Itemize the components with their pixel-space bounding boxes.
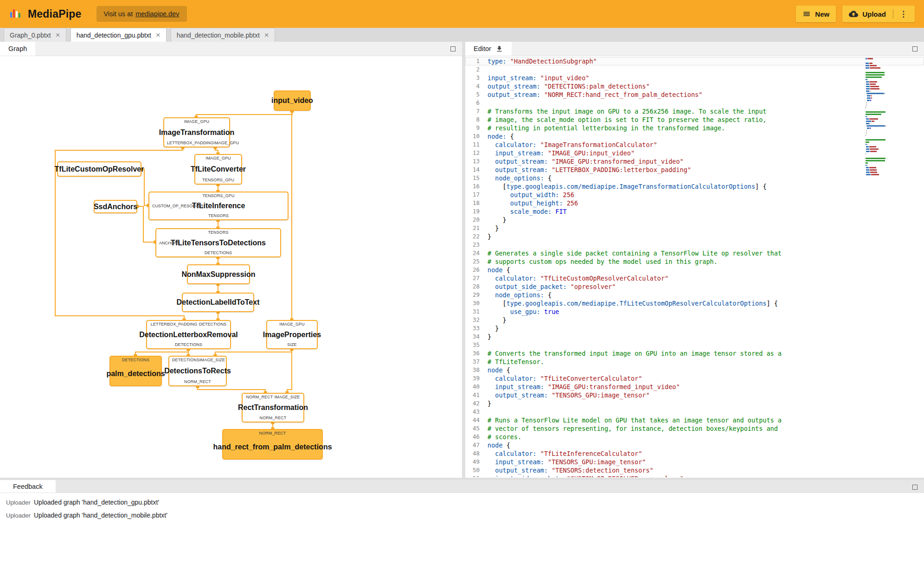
graph-node-TfLiteTensorsToDetections[interactable]: TENSORSTfLiteTensorsToDetectionsDETECTIO… [155,228,281,257]
more-options-icon[interactable]: ⋮ [898,9,908,19]
code-line[interactable]: 4output_stream: "DETECTIONS:palm_detecti… [465,82,924,90]
code-line[interactable]: 13 output_stream: "IMAGE_GPU:transformed… [465,157,924,166]
graph-node-NonMaxSuppression[interactable]: NonMaxSuppression [187,264,250,284]
code-line[interactable]: 32 } [465,316,924,324]
code-line[interactable]: 12 input_stream: "IMAGE_GPU:input_video" [465,149,924,157]
code-line[interactable]: 26node { [465,266,924,274]
graph-node-TfLiteConverter[interactable]: IMAGE_GPUTfLiteConverterTENSORS_GPU [194,154,242,185]
graph-node-TfLiteCustomOpResolver[interactable]: TfLiteCustomOpResolver [57,161,141,177]
code-line[interactable]: 11 calculator: "ImageTransformationCalcu… [465,141,924,149]
code-line[interactable]: 30 [type.googleapis.com/mediapipe.TfLite… [465,299,924,307]
code-line[interactable]: 42} [465,399,924,408]
code-token: } [488,400,491,407]
minimap-line [866,139,918,141]
code-line[interactable]: 21 } [465,224,924,232]
code-line[interactable]: 9# resulting in potential letterboxing i… [465,124,924,132]
code-line[interactable]: 49 input_stream: "TENSORS_GPU:image_tens… [465,458,924,466]
code-line[interactable]: 36# Converts the transformed input image… [465,349,924,358]
tab-feedback[interactable]: Feedback [0,480,56,493]
code-line[interactable]: 33 } [465,324,924,333]
code-line[interactable]: 37# TfLiteTensor. [465,358,924,366]
code-line[interactable]: 2 [465,65,924,74]
download-icon[interactable] [495,45,503,53]
expand-graph-panel-icon[interactable] [450,46,456,51]
code-line[interactable]: 14 output_stream: "LETTERBOX_PADDING:let… [465,166,924,174]
minimap-line [866,60,918,62]
graph-node-TfLiteInference[interactable]: TENSORS_GPUTfLiteInferenceTENSORSCUSTOM_… [148,192,289,220]
visit-link[interactable]: mediapipe.dev [135,10,179,18]
code-token [770,300,774,307]
file-tab-hand_detection_mobile.pbtxt[interactable]: hand_detection_mobile.pbtxt× [171,28,275,42]
code-line[interactable]: 5output_stream: "NORM_RECT:hand_rect_fro… [465,90,924,99]
graph-node-hand_rect_from_palm_detections[interactable]: NORM_RECThand_rect_from_palm_detections [222,429,323,460]
code-line[interactable]: 19 scale_mode: FIT [465,207,924,216]
tab-editor[interactable]: Editor [465,42,512,56]
code-line[interactable]: 28 output_side_packet: "opresolver" [465,282,924,291]
graph-node-ImageProperties[interactable]: IMAGE_GPUImagePropertiesSIZE [266,320,318,349]
code-token: # Converts the transformed input image o… [488,350,782,357]
graph-node-DetectionLabelIdToText[interactable]: DetectionLabelIdToText [182,293,254,312]
code-line[interactable]: 6 [465,99,924,107]
graph-node-DetectionLetterboxRemoval[interactable]: LETTERBOX_PADDINGDETECTIONSDetectionLett… [146,320,231,349]
code-line[interactable]: 44# Runs a TensorFlow Lite model on GPU … [465,416,924,424]
code-line[interactable]: 16 [type.googleapis.com/mediapipe.ImageT… [465,182,924,191]
code-line[interactable]: 24# Generates a single side packet conta… [465,249,924,257]
code-line[interactable]: 43 [465,408,924,416]
upload-button[interactable]: Upload ⋮ [842,6,915,22]
graph-canvas[interactable]: input_videoIMAGE_GPUImageTransformationL… [0,56,462,477]
file-tab-hand_detection_gpu.pbtxt[interactable]: hand_detection_gpu.pbtxt× [71,28,167,42]
code-line[interactable]: 3input_stream: "input_video" [465,74,924,82]
code-line[interactable]: 23 [465,241,924,249]
graph-node-SsdAnchors[interactable]: SsdAnchors [94,200,137,213]
tab-close-icon[interactable]: × [264,31,269,39]
code-line[interactable]: 31 use_gpu: true [465,307,924,316]
code-line[interactable]: 10node: { [465,132,924,141]
code-line[interactable]: 8# image, the scale_mode option is set t… [465,115,924,124]
code-line[interactable]: 20 } [465,216,924,224]
code-line[interactable]: 40 input_stream: "IMAGE_GPU:transformed_… [465,383,924,391]
minimap-line [866,97,918,99]
minimap[interactable] [866,58,918,176]
graph-node-palm_detections[interactable]: DETECTIONSpalm_detections [109,356,162,386]
code-line[interactable]: 50 output_stream: "TENSORS:detection_ten… [465,466,924,474]
code-line[interactable]: 47node { [465,441,924,449]
minimap-line [866,65,918,66]
code-line[interactable]: 38node { [465,366,924,374]
tab-graph[interactable]: Graph [0,42,35,56]
code-line[interactable]: 29 node_options: { [465,291,924,299]
graph-node-input_video[interactable]: input_video [274,90,311,111]
code-line[interactable]: 18 output_height: 256 [465,199,924,207]
new-button[interactable]: New [796,6,836,22]
graph-node-ImageTransformation[interactable]: IMAGE_GPUImageTransformationLETTERBOX_PA… [163,117,230,147]
port-label: NORM_RECT [260,416,287,421]
code-token [548,467,552,474]
graph-node-RectTransformation[interactable]: NORM_RECTIMAGE_SIZERectTransformationNOR… [242,393,304,422]
file-tab-Graph_0.pbtxt[interactable]: Graph_0.pbtxt× [4,28,66,42]
code-line[interactable]: 25# supports custom ops needed by the mo… [465,257,924,266]
code-editor[interactable]: 1type: "HandDetectionSubgraph"23input_st… [465,56,924,477]
code-line[interactable]: 1type: "HandDetectionSubgraph" [465,57,924,65]
expand-editor-panel-icon[interactable] [912,46,918,51]
code-line[interactable]: 46# scores. [465,433,924,441]
minimap-line [866,123,918,124]
code-line[interactable]: 17 output_width: 256 [465,191,924,199]
feedback-row: UploaderUploaded graph 'hand_detection_m… [0,509,924,522]
minimap-line [866,172,918,173]
code-token: input_stream: [495,383,544,390]
code-line[interactable]: 41 output_stream: "TENSORS_GPU:image_ten… [465,391,924,399]
code-line[interactable]: 51 input_side_packet: "CUSTOM_OP_RESOLVE… [465,474,924,477]
code-line[interactable]: 7# Transforms the input image on GPU to … [465,107,924,115]
graph-node-DetectionsToRects[interactable]: DETECTIONSIMAGE_SIZEDetectionsToRectsNOR… [168,356,227,386]
expand-feedback-panel-icon[interactable] [912,485,918,490]
code-line[interactable]: 15 node_options: { [465,174,924,182]
code-line[interactable]: 27 calculator: "TfLiteCustomOpResolverCa… [465,274,924,282]
code-line[interactable]: 45# vector of tensors representing, for … [465,424,924,433]
tab-close-icon[interactable]: × [56,31,60,39]
code-line[interactable]: 35 [465,341,924,349]
code-line[interactable]: 22} [465,232,924,241]
code-token: output_stream: [495,158,548,165]
code-line[interactable]: 34} [465,333,924,341]
code-line[interactable]: 39 calculator: "TfLiteConverterCalculato… [465,374,924,383]
code-line[interactable]: 48 calculator: "TfLiteInferenceCalculato… [465,449,924,458]
tab-close-icon[interactable]: × [156,31,160,39]
